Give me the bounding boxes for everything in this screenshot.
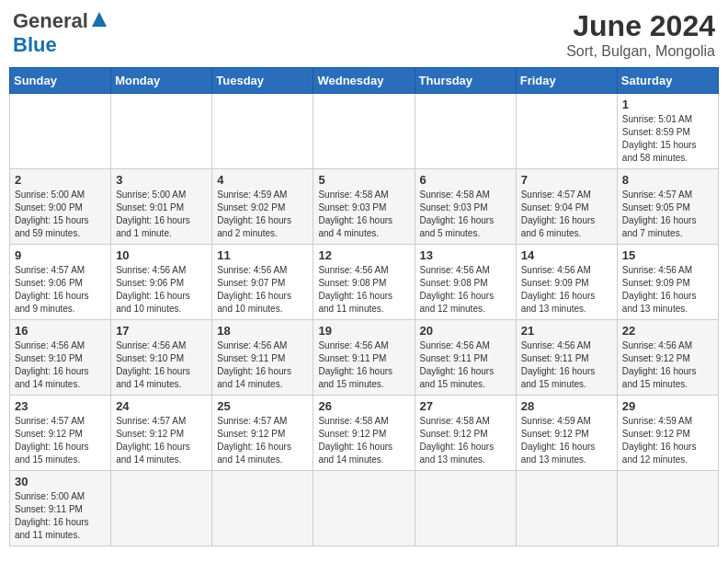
empty-cell [415, 471, 516, 546]
calendar-table: Sunday Monday Tuesday Wednesday Thursday… [9, 67, 719, 546]
day-14: 14 Sunrise: 4:56 AM Sunset: 9:09 PM Dayl… [516, 245, 617, 320]
day-28: 28 Sunrise: 4:59 AM Sunset: 9:12 PM Dayl… [516, 396, 617, 471]
calendar-row-1: 1 Sunrise: 5:01 AM Sunset: 8:59 PM Dayli… [10, 94, 719, 169]
day-30: 30 Sunrise: 5:00 AM Sunset: 9:11 PM Dayl… [10, 471, 111, 546]
day-23: 23 Sunrise: 4:57 AM Sunset: 9:12 PM Dayl… [10, 396, 111, 471]
day-9: 9 Sunrise: 4:57 AM Sunset: 9:06 PM Dayli… [10, 245, 111, 320]
header-wednesday: Wednesday [313, 68, 415, 94]
calendar-row-2: 2 Sunrise: 5:00 AM Sunset: 9:00 PM Dayli… [10, 169, 719, 245]
header-thursday: Thursday [415, 68, 516, 94]
calendar-row-3: 9 Sunrise: 4:57 AM Sunset: 9:06 PM Dayli… [10, 245, 719, 320]
day-19: 19 Sunrise: 4:56 AM Sunset: 9:11 PM Dayl… [313, 320, 415, 396]
svg-marker-0 [92, 12, 107, 27]
day-11: 11 Sunrise: 4:56 AM Sunset: 9:07 PM Dayl… [212, 245, 313, 320]
day-27: 27 Sunrise: 4:58 AM Sunset: 9:12 PM Dayl… [415, 396, 516, 471]
calendar-row-5: 23 Sunrise: 4:57 AM Sunset: 9:12 PM Dayl… [10, 396, 719, 471]
header-friday: Friday [516, 68, 617, 94]
day-1: 1 Sunrise: 5:01 AM Sunset: 8:59 PM Dayli… [617, 94, 718, 169]
day-10: 10 Sunrise: 4:56 AM Sunset: 9:06 PM Dayl… [111, 245, 212, 320]
calendar-row-4: 16 Sunrise: 4:56 AM Sunset: 9:10 PM Dayl… [10, 320, 719, 396]
empty-cell [10, 94, 111, 169]
calendar-title-area: June 2024 Sort, Bulgan, Mongolia [566, 9, 715, 60]
day-25: 25 Sunrise: 4:57 AM Sunset: 9:12 PM Dayl… [212, 396, 313, 471]
header-sunday: Sunday [10, 68, 111, 94]
day-15: 15 Sunrise: 4:56 AM Sunset: 9:09 PM Dayl… [617, 245, 718, 320]
empty-cell [212, 94, 313, 169]
day-16: 16 Sunrise: 4:56 AM Sunset: 9:10 PM Dayl… [10, 320, 111, 396]
logo-blue-text: Blue [13, 33, 57, 56]
empty-cell [313, 471, 415, 546]
empty-cell [111, 94, 212, 169]
calendar-row-6: 30 Sunrise: 5:00 AM Sunset: 9:11 PM Dayl… [10, 471, 719, 546]
empty-cell [415, 94, 516, 169]
empty-cell [516, 94, 617, 169]
day-8: 8 Sunrise: 4:57 AM Sunset: 9:05 PM Dayli… [617, 169, 718, 245]
day-29: 29 Sunrise: 4:59 AM Sunset: 9:12 PM Dayl… [617, 396, 718, 471]
empty-cell [313, 94, 415, 169]
header-saturday: Saturday [617, 68, 718, 94]
day-18: 18 Sunrise: 4:56 AM Sunset: 9:11 PM Dayl… [212, 320, 313, 396]
day-13: 13 Sunrise: 4:56 AM Sunset: 9:08 PM Dayl… [415, 245, 516, 320]
day-3: 3 Sunrise: 5:00 AM Sunset: 9:01 PM Dayli… [111, 169, 212, 245]
calendar-subtitle: Sort, Bulgan, Mongolia [566, 43, 715, 60]
day-4: 4 Sunrise: 4:59 AM Sunset: 9:02 PM Dayli… [212, 169, 313, 245]
day-21: 21 Sunrise: 4:56 AM Sunset: 9:11 PM Dayl… [516, 320, 617, 396]
day-6: 6 Sunrise: 4:58 AM Sunset: 9:03 PM Dayli… [415, 169, 516, 245]
header-monday: Monday [111, 68, 212, 94]
day-7: 7 Sunrise: 4:57 AM Sunset: 9:04 PM Dayli… [516, 169, 617, 245]
day-20: 20 Sunrise: 4:56 AM Sunset: 9:11 PM Dayl… [415, 320, 516, 396]
day-26: 26 Sunrise: 4:58 AM Sunset: 9:12 PM Dayl… [313, 396, 415, 471]
day-17: 17 Sunrise: 4:56 AM Sunset: 9:10 PM Dayl… [111, 320, 212, 396]
day-22: 22 Sunrise: 4:56 AM Sunset: 9:12 PM Dayl… [617, 320, 718, 396]
logo: General Blue [13, 9, 110, 57]
weekday-header-row: Sunday Monday Tuesday Wednesday Thursday… [10, 68, 719, 94]
day-12: 12 Sunrise: 4:56 AM Sunset: 9:08 PM Dayl… [313, 245, 415, 320]
empty-cell [111, 471, 212, 546]
day-2: 2 Sunrise: 5:00 AM Sunset: 9:00 PM Dayli… [10, 169, 111, 245]
logo-triangle-icon [90, 10, 108, 32]
header-tuesday: Tuesday [212, 68, 313, 94]
logo-general-text: General [13, 9, 88, 33]
page-header: General Blue June 2024 Sort, Bulgan, Mon… [9, 9, 719, 60]
day-1-info: Sunrise: 5:01 AM Sunset: 8:59 PM Dayligh… [622, 114, 697, 163]
empty-cell [516, 471, 617, 546]
empty-cell [617, 471, 718, 546]
empty-cell [212, 471, 313, 546]
day-5: 5 Sunrise: 4:58 AM Sunset: 9:03 PM Dayli… [313, 169, 415, 245]
day-24: 24 Sunrise: 4:57 AM Sunset: 9:12 PM Dayl… [111, 396, 212, 471]
calendar-title: June 2024 [566, 9, 715, 43]
